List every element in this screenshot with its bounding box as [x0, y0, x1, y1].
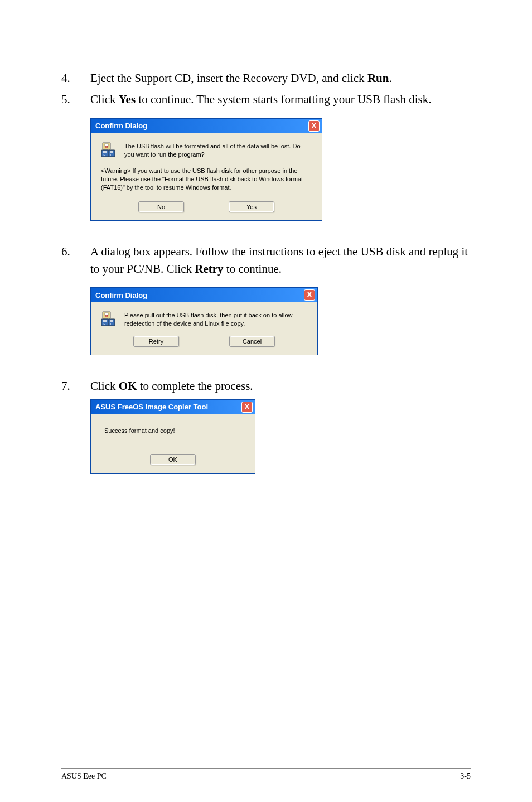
svg-text:F: F — [104, 153, 105, 157]
step-bold: Run — [367, 71, 389, 85]
dialog-success: ASUS FreeOS Image Copier Tool X Success … — [90, 399, 471, 474]
step-pre: Eject the Support CD, insert the Recover… — [90, 71, 367, 85]
dialog-window: Confirm Dialog X M F C — [90, 287, 318, 355]
dialog-title: Confirm Dialog — [95, 291, 147, 299]
dialog-button-row: OK — [101, 454, 245, 465]
dialog-body: Success format and copy! OK — [91, 414, 255, 473]
step-number: 4. — [61, 70, 90, 86]
dialog-message: Success format and copy! — [104, 427, 245, 435]
step-post: to continue. — [224, 262, 282, 276]
step-text: A dialog box appears. Follow the instruc… — [90, 243, 471, 277]
step-pre: Click — [90, 379, 119, 393]
dialog-warning: <Warning> If you want to use the USB fla… — [101, 167, 312, 192]
dialog-title: Confirm Dialog — [95, 122, 147, 130]
step-post: to continue. The system starts formattin… — [136, 93, 431, 106]
step-text: Click OK to complete the process. — [90, 378, 471, 394]
footer-left: ASUS Eee PC — [61, 772, 107, 781]
step-6: 6. A dialog box appears. Follow the inst… — [61, 243, 471, 277]
dialog-titlebar: Confirm Dialog X — [91, 119, 322, 133]
step-post: . — [389, 71, 391, 85]
svg-text:F: F — [104, 322, 105, 326]
step-bold: OK — [119, 379, 137, 393]
ok-button[interactable]: OK — [150, 454, 196, 465]
step-4: 4. Eject the Support CD, insert the Reco… — [61, 70, 471, 86]
step-5: 5. Click Yes to continue. The system sta… — [61, 91, 471, 108]
step-7: 7. Click OK to complete the process. — [61, 378, 471, 394]
disk-icon: M F C — [101, 142, 117, 159]
step-text: Click Yes to continue. The system starts… — [90, 91, 471, 108]
step-text: Eject the Support CD, insert the Recover… — [90, 70, 471, 86]
dialog-window: ASUS FreeOS Image Copier Tool X Success … — [90, 399, 255, 474]
dialog-button-row: Retry Cancel — [101, 336, 307, 347]
svg-text:C: C — [110, 322, 113, 326]
dialog-message-row: M F C The USB flash will be formated and… — [101, 142, 312, 159]
footer-right: 3-5 — [460, 772, 471, 781]
dialog-confirm-format: Confirm Dialog X M F C — [90, 118, 471, 221]
page-footer: ASUS Eee PC 3-5 — [61, 768, 471, 781]
dialog-message-row: M F C Please pull out the USB flash disk… — [101, 311, 307, 328]
dialog-title: ASUS FreeOS Image Copier Tool — [95, 403, 208, 411]
svg-text:M: M — [105, 146, 108, 149]
step-post: to complete the process. — [137, 379, 253, 393]
dialog-titlebar: Confirm Dialog X — [91, 288, 317, 302]
step-bold: Yes — [119, 93, 136, 106]
close-icon[interactable]: X — [304, 289, 315, 301]
dialog-titlebar: ASUS FreeOS Image Copier Tool X — [91, 400, 255, 414]
no-button[interactable]: No — [138, 201, 184, 212]
step-number: 7. — [61, 378, 90, 394]
dialog-button-row: No Yes — [101, 201, 312, 212]
dialog-window: Confirm Dialog X M F C — [90, 118, 322, 221]
step-pre: Click — [90, 93, 119, 106]
dialog-body: M F C Please pull out the USB flash disk… — [91, 302, 317, 355]
cancel-button[interactable]: Cancel — [229, 336, 275, 347]
close-icon[interactable]: X — [241, 402, 253, 413]
step-number: 5. — [61, 91, 90, 108]
svg-text:C: C — [110, 153, 113, 157]
disk-icon: M F C — [101, 311, 117, 328]
retry-button[interactable]: Retry — [133, 336, 179, 347]
dialog-message: Please pull out the USB flash disk, then… — [124, 311, 307, 328]
close-icon[interactable]: X — [308, 120, 320, 132]
step-number: 6. — [61, 243, 90, 260]
dialog-confirm-replug: Confirm Dialog X M F C — [90, 287, 471, 355]
svg-text:M: M — [105, 315, 108, 318]
dialog-message: The USB flash will be formated and all o… — [124, 142, 312, 159]
step-bold: Retry — [195, 262, 223, 276]
yes-button[interactable]: Yes — [229, 201, 274, 212]
dialog-body: M F C The USB flash will be formated and… — [91, 133, 322, 221]
